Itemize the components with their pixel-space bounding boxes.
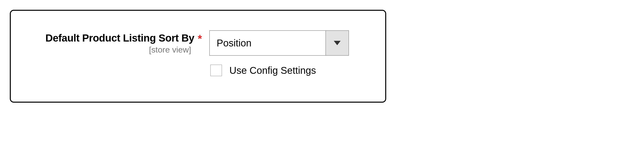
use-config-checkbox[interactable] (210, 65, 222, 76)
field-label: Default Product Listing Sort By (45, 32, 194, 44)
field-row: Default Product Listing Sort By * [store… (26, 30, 370, 76)
label-column: Default Product Listing Sort By * [store… (26, 30, 202, 55)
required-asterisk: * (198, 33, 202, 44)
use-config-row: Use Config Settings (210, 65, 356, 76)
field-column: Position Use Config Settings (209, 30, 356, 76)
caret-down-icon (334, 41, 340, 45)
select-handle[interactable] (326, 31, 348, 55)
label-line: Default Product Listing Sort By * (26, 32, 202, 44)
sort-by-select[interactable]: Position (209, 30, 349, 56)
use-config-label: Use Config Settings (229, 65, 316, 76)
settings-panel: Default Product Listing Sort By * [store… (10, 10, 386, 103)
select-value: Position (210, 31, 326, 55)
scope-hint: [store view] (26, 45, 202, 55)
